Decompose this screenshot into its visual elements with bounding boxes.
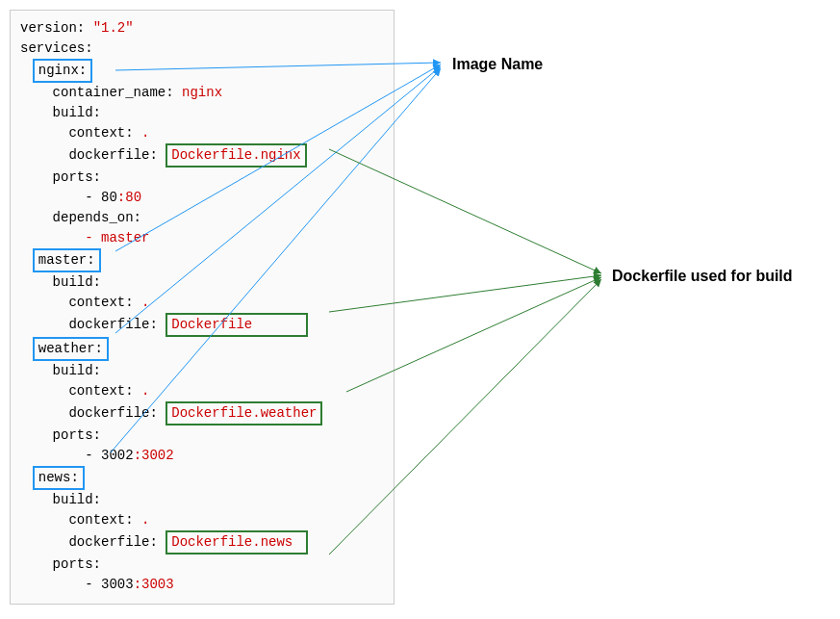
build-key: build: xyxy=(53,363,101,378)
services-key: services: xyxy=(20,40,93,56)
dockerfile-key: dockerfile: xyxy=(68,317,157,332)
service-name-weather: weather: xyxy=(33,337,109,361)
context-value: . xyxy=(141,295,149,310)
depends-on-key: depends_on: xyxy=(53,210,141,225)
context-value: . xyxy=(141,125,149,141)
dockerfile-value-master: Dockerfile xyxy=(165,313,308,337)
dockerfile-value-weather: Dockerfile.weather xyxy=(165,401,322,426)
ports-key: ports: xyxy=(53,556,101,572)
build-key: build: xyxy=(53,274,101,290)
dockerfile-key: dockerfile: xyxy=(68,534,157,550)
dockerfile-key: dockerfile: xyxy=(68,147,157,163)
depends-on-value: - master xyxy=(85,230,149,245)
port-item: - 3003:3003 xyxy=(85,577,173,592)
container-name-value: nginx xyxy=(182,85,222,100)
dockerfile-value-nginx: Dockerfile.nginx xyxy=(165,143,306,168)
build-key: build: xyxy=(53,492,101,507)
service-name-nginx: nginx: xyxy=(33,59,92,83)
version-value: "1.2" xyxy=(93,20,134,36)
ports-key: ports: xyxy=(53,169,101,185)
context-key: context: xyxy=(68,383,133,399)
ports-key: ports: xyxy=(53,427,101,443)
dockerfile-key: dockerfile: xyxy=(68,405,157,421)
port-item: - 80:80 xyxy=(85,190,141,205)
context-key: context: xyxy=(68,125,133,141)
context-value: . xyxy=(141,512,149,528)
context-key: context: xyxy=(68,512,133,528)
yaml-code-block: version: "1.2" services: nginx: containe… xyxy=(10,10,395,605)
dockerfile-value-news: Dockerfile.news xyxy=(165,530,308,555)
service-name-master: master: xyxy=(33,248,101,272)
port-item: - 3002:3002 xyxy=(85,448,173,463)
version-key: version: xyxy=(20,20,85,36)
build-key: build: xyxy=(53,105,101,120)
label-image-name: Image Name xyxy=(452,56,543,73)
label-dockerfile-used: Dockerfile used for build xyxy=(612,268,793,285)
context-value: . xyxy=(141,383,149,399)
context-key: context: xyxy=(68,295,133,310)
container-name-key: container_name: xyxy=(53,85,174,100)
diagram-container: version: "1.2" services: nginx: containe… xyxy=(0,0,840,619)
service-name-news: news: xyxy=(33,466,85,490)
